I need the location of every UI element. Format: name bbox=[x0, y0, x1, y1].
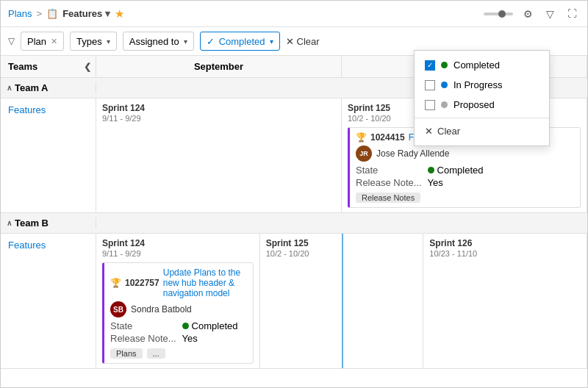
team-b-sprint-126-dates: 10/23 - 11/10 bbox=[429, 249, 581, 258]
team-a-chevron-icon[interactable]: ∧ bbox=[7, 84, 12, 92]
breadcrumb-plans[interactable]: Plans bbox=[8, 8, 32, 19]
team-b-sprint-124-title: Sprint 124 bbox=[102, 238, 254, 248]
teams-header-label: Teams bbox=[8, 61, 37, 72]
breadcrumb: Plans > 📋 Features ▾ ★ bbox=[8, 7, 124, 21]
completed-filter-label: Completed bbox=[219, 36, 265, 47]
proposed-checkbox[interactable] bbox=[425, 100, 435, 110]
assigned-to-label: Assigned to bbox=[129, 36, 179, 47]
completed-filter-pill[interactable]: ✓ Completed ▾ bbox=[200, 32, 280, 51]
team-b-label-cell: Features bbox=[1, 234, 96, 368]
wi-1022757-state-label: State bbox=[110, 320, 176, 331]
release-note-label: Release Note... bbox=[356, 177, 422, 188]
wi-1022757-actions: Plans ... bbox=[110, 348, 247, 359]
dropdown-clear-button[interactable]: ✕ Clear bbox=[415, 121, 549, 141]
team-b-sprint-126-title: Sprint 126 bbox=[429, 238, 581, 248]
wi-1022757-state-value: Completed bbox=[182, 320, 247, 331]
dropdown-proposed-item[interactable]: Proposed bbox=[415, 95, 549, 115]
breadcrumb-current: Features ▾ bbox=[62, 8, 110, 19]
types-chevron-icon: ▾ bbox=[107, 37, 110, 46]
team-a-sprint-124-cell: Sprint 124 9/11 - 9/29 bbox=[96, 98, 342, 212]
wi-trophy-icon: 🏆 bbox=[356, 132, 367, 143]
team-a-name: Team A bbox=[15, 82, 49, 93]
state-field-value: Completed bbox=[428, 165, 574, 176]
dropdown-clear-label: Clear bbox=[437, 126, 460, 137]
team-b-sprint-125-cell: Sprint 125 10/2 - 10/20 bbox=[260, 234, 424, 368]
wi-1024415-fields: State Completed Release Note... Yes bbox=[356, 165, 574, 188]
september-label: September bbox=[194, 61, 243, 72]
team-a-features-link[interactable]: Features bbox=[8, 104, 46, 115]
sondra-name: Sondra Batbold bbox=[131, 304, 192, 315]
completed-checkbox[interactable]: ✓ bbox=[425, 60, 435, 71]
breadcrumb-icon: 📋 bbox=[46, 8, 58, 19]
teams-column-header: Teams ❮ bbox=[1, 56, 96, 77]
plans-tag[interactable]: Plans bbox=[110, 348, 143, 359]
filter-button[interactable]: ▽ bbox=[543, 7, 557, 21]
release-notes-tag[interactable]: Release Notes bbox=[356, 193, 420, 203]
inprogress-dot-icon bbox=[441, 82, 448, 88]
wi-1022757-state-text: Completed bbox=[192, 320, 238, 331]
assigned-to-chevron-icon: ▾ bbox=[184, 37, 187, 46]
types-filter-label: Types bbox=[76, 36, 102, 47]
clear-all-button[interactable]: ✕ Clear bbox=[286, 36, 320, 47]
team-b-section: ∧ Team B Features Sprint 124 9/11 - 9/29 bbox=[1, 213, 587, 369]
team-a-sprint-124-dates: 9/11 - 9/29 bbox=[102, 114, 335, 123]
team-b-data-row: Features Sprint 124 9/11 - 9/29 🏆 102275… bbox=[1, 234, 587, 369]
collapse-teams-icon[interactable]: ❮ bbox=[84, 62, 91, 72]
team-b-name: Team B bbox=[15, 218, 49, 229]
proposed-option-label: Proposed bbox=[453, 99, 495, 110]
breadcrumb-star-icon[interactable]: ★ bbox=[115, 7, 124, 21]
state-field-label: State bbox=[356, 165, 422, 176]
clear-x-icon: ✕ bbox=[286, 36, 294, 47]
team-a-header[interactable]: ∧ Team A bbox=[1, 82, 96, 93]
state-value: Completed bbox=[437, 165, 484, 176]
wi-1022757-id: 1022757 bbox=[125, 278, 159, 288]
wi-1022757-title[interactable]: Update Plans to the new hub header & nav… bbox=[163, 267, 247, 298]
plan-filter-clear-icon[interactable]: ✕ bbox=[51, 37, 57, 46]
wi-1022757-assignee: SB Sondra Batbold bbox=[110, 301, 247, 317]
inprogress-checkbox[interactable] bbox=[425, 80, 435, 90]
jose-name: Jose Rady Allende bbox=[376, 148, 449, 159]
wi-1024415-id: 1024415 bbox=[370, 132, 405, 143]
plan-filter-pill[interactable]: Plan ✕ bbox=[21, 32, 64, 51]
team-b-features-link[interactable]: Features bbox=[8, 240, 46, 251]
wi-1022757-state-dot-icon bbox=[182, 323, 189, 329]
completed-check-icon: ✓ bbox=[207, 36, 215, 47]
plan-filter-label: Plan bbox=[27, 36, 46, 47]
wi-1024415-actions: Release Notes bbox=[356, 193, 574, 203]
breadcrumb-separator: > bbox=[37, 8, 43, 19]
wi-1024415-assignee: JR Jose Rady Allende bbox=[356, 146, 574, 162]
sondra-avatar: SB bbox=[110, 301, 126, 317]
fullscreen-button[interactable]: ⛶ bbox=[564, 7, 580, 21]
top-bar: Plans > 📋 Features ▾ ★ ⚙ ▽ ⛶ bbox=[1, 1, 587, 27]
team-b-sprint-126-cell: Sprint 126 10/23 - 11/10 bbox=[423, 234, 587, 368]
filter-bar-icon: ▽ bbox=[8, 36, 15, 46]
more-tag[interactable]: ... bbox=[147, 348, 165, 359]
timeline-marker bbox=[342, 234, 343, 368]
completed-dot-icon bbox=[441, 62, 448, 68]
dropdown-clear-x-icon: ✕ bbox=[425, 126, 433, 137]
types-filter-pill[interactable]: Types ▾ bbox=[70, 32, 117, 51]
team-b-sprint-124-cell: Sprint 124 9/11 - 9/29 🏆 1022757 Update … bbox=[96, 234, 260, 368]
zoom-slider[interactable] bbox=[484, 12, 513, 15]
top-bar-actions: ⚙ ▽ ⛶ bbox=[484, 7, 580, 21]
settings-button[interactable]: ⚙ bbox=[520, 7, 536, 21]
clear-label: Clear bbox=[297, 36, 320, 47]
team-b-header[interactable]: ∧ Team B bbox=[1, 218, 96, 229]
wi-1022757-header: 🏆 1022757 Update Plans to the new hub he… bbox=[110, 267, 247, 298]
team-a-label-cell: Features bbox=[1, 98, 96, 212]
dropdown-inprogress-item[interactable]: In Progress bbox=[415, 75, 549, 95]
work-item-1022757-card: 🏆 1022757 Update Plans to the new hub he… bbox=[102, 262, 254, 364]
team-b-chevron-icon[interactable]: ∧ bbox=[7, 219, 12, 227]
dropdown-divider bbox=[415, 118, 549, 118]
breadcrumb-chevron-icon[interactable]: ▾ bbox=[105, 8, 110, 19]
team-a-sprint-124-title: Sprint 124 bbox=[102, 103, 335, 113]
proposed-dot-icon bbox=[441, 101, 448, 108]
assigned-to-filter-pill[interactable]: Assigned to ▾ bbox=[123, 32, 194, 51]
wi-1022757-fields: State Completed Release Note... Yes bbox=[110, 320, 247, 344]
team-b-sprint-124-dates: 9/11 - 9/29 bbox=[102, 249, 254, 258]
dropdown-completed-item[interactable]: ✓ Completed bbox=[415, 55, 549, 75]
state-filter-dropdown: ✓ Completed In Progress Proposed ✕ Clear bbox=[414, 50, 550, 146]
team-b-sprint-cells: Sprint 124 9/11 - 9/29 🏆 1022757 Update … bbox=[96, 234, 587, 368]
breadcrumb-current-label: Features bbox=[62, 8, 102, 19]
jose-avatar: JR bbox=[356, 146, 372, 162]
